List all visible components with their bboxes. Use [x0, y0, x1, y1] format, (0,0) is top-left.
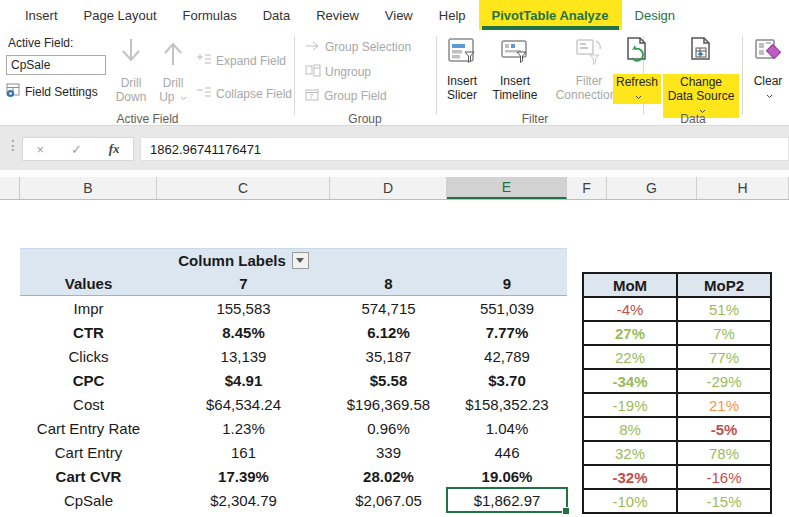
pivot-cell[interactable]: $2,067.05	[330, 488, 447, 512]
formula-input[interactable]: 1862.96741176471	[140, 137, 789, 161]
field-settings-button[interactable]: Field Settings	[6, 83, 98, 101]
pivot-cell[interactable]: 13,139	[157, 344, 330, 368]
comparison-cell[interactable]: -10%	[583, 489, 677, 513]
tab-help[interactable]: Help	[426, 0, 479, 30]
pivot-column-labels-cell[interactable]: Column Labels	[157, 248, 330, 272]
pivot-row-label[interactable]: Clicks	[20, 344, 157, 368]
column-header-stub[interactable]	[0, 177, 20, 199]
insert-timeline-button[interactable]: Insert Timeline	[486, 36, 544, 102]
refresh-icon	[622, 36, 652, 70]
tab-view[interactable]: View	[372, 0, 426, 30]
pivot-cell-selected[interactable]: $1,862.97	[447, 488, 567, 512]
comparison-cell[interactable]: -34%	[583, 369, 677, 393]
pivot-cell[interactable]: $5.58	[330, 368, 447, 392]
pivot-cell[interactable]: 19.06%	[447, 464, 567, 488]
pivot-cell[interactable]: 161	[157, 440, 330, 464]
pivot-cell[interactable]: $2,304.79	[157, 488, 330, 512]
active-field-input[interactable]	[6, 55, 106, 75]
comparison-cell[interactable]: 27%	[583, 321, 677, 345]
pivot-cell[interactable]: 446	[447, 440, 567, 464]
pivot-cell[interactable]: 574,715	[330, 296, 447, 320]
comparison-cell[interactable]: 78%	[677, 441, 771, 465]
tab-design[interactable]: Design	[622, 0, 688, 30]
pivot-header-cell[interactable]	[447, 248, 567, 272]
pivot-cell[interactable]: 155,583	[157, 296, 330, 320]
comparison-cell[interactable]: 21%	[677, 393, 771, 417]
insert-slicer-button[interactable]: Insert Slicer	[440, 36, 484, 102]
enter-icon: ✓	[71, 142, 82, 157]
pivot-cell[interactable]: 551,039	[447, 296, 567, 320]
comparison-header-mop2[interactable]: MoP2	[677, 273, 771, 297]
pivot-row-label[interactable]: Cart Entry	[20, 440, 157, 464]
comparison-cell[interactable]: -32%	[583, 465, 677, 489]
refresh-button[interactable]: Refresh	[612, 36, 662, 104]
pivot-row-label[interactable]: Cost	[20, 392, 157, 416]
pivot-cell[interactable]: $158,352.23	[447, 392, 567, 416]
sheet-area[interactable]: Column LabelsValues789Impr155,583574,715…	[0, 200, 789, 517]
pivot-cell[interactable]: 28.02%	[330, 464, 447, 488]
column-header-b[interactable]: B	[20, 177, 157, 199]
pivot-cell[interactable]: 42,789	[447, 344, 567, 368]
pivot-cell[interactable]: $4.91	[157, 368, 330, 392]
formula-bar-grip[interactable]: ⋮	[6, 137, 20, 153]
pivot-row-label[interactable]: CPC	[20, 368, 157, 392]
comparison-row: -32%-16%	[583, 465, 771, 489]
comparison-cell[interactable]: -16%	[677, 465, 771, 489]
pivot-row-label[interactable]: CTR	[20, 320, 157, 344]
tab-insert[interactable]: Insert	[12, 0, 71, 30]
pivot-column-header-7[interactable]: 7	[157, 272, 330, 296]
pivot-row-label[interactable]: Cart Entry Rate	[20, 416, 157, 440]
data-group-label: Data	[645, 112, 741, 126]
change-data-source-button[interactable]: Change Data Source	[663, 36, 739, 118]
pivot-cell[interactable]: 8.45%	[157, 320, 330, 344]
pivot-cell[interactable]: 6.12%	[330, 320, 447, 344]
pivot-header-cell[interactable]	[330, 248, 447, 272]
comparison-cell[interactable]: -15%	[677, 489, 771, 513]
pivot-cell[interactable]: 339	[330, 440, 447, 464]
tab-review[interactable]: Review	[303, 0, 372, 30]
clear-button[interactable]: Clear	[748, 36, 788, 102]
pivot-cell[interactable]: 7.77%	[447, 320, 567, 344]
pivot-header-cell[interactable]	[20, 248, 157, 272]
comparison-cell[interactable]: 51%	[677, 297, 771, 321]
column-header-g[interactable]: G	[607, 177, 697, 199]
column-header-e[interactable]: E	[447, 177, 567, 199]
fill-handle[interactable]	[562, 507, 570, 515]
tab-formulas[interactable]: Formulas	[170, 0, 250, 30]
comparison-cell[interactable]: -5%	[677, 417, 771, 441]
pivot-cell[interactable]: 17.39%	[157, 464, 330, 488]
pivot-cell[interactable]: $196,369.58	[330, 392, 447, 416]
pivot-cell[interactable]: 0.96%	[330, 416, 447, 440]
pivot-cell[interactable]: $3.70	[447, 368, 567, 392]
comparison-cell[interactable]: 8%	[583, 417, 677, 441]
column-header-h[interactable]: H	[697, 177, 789, 199]
pivot-cell[interactable]: 1.04%	[447, 416, 567, 440]
pivot-values-label[interactable]: Values	[20, 272, 157, 296]
pivot-row-label[interactable]: Impr	[20, 296, 157, 320]
column-header-f[interactable]: F	[567, 177, 607, 199]
pivot-cell[interactable]: 35,187	[330, 344, 447, 368]
comparison-cell[interactable]: 7%	[677, 321, 771, 345]
pivot-row-label[interactable]: CpSale	[20, 488, 157, 512]
column-header-d[interactable]: D	[330, 177, 447, 199]
pivot-cell[interactable]: $64,534.24	[157, 392, 330, 416]
comparison-header-mom[interactable]: MoM	[583, 273, 677, 297]
comparison-cell[interactable]: 32%	[583, 441, 677, 465]
ungroup-label: Ungroup	[325, 65, 371, 79]
comparison-cell[interactable]: 22%	[583, 345, 677, 369]
comparison-cell[interactable]: -4%	[583, 297, 677, 321]
tab-page-layout[interactable]: Page Layout	[71, 0, 170, 30]
fx-icon[interactable]: fx	[109, 141, 120, 157]
tab-pivottable-analyze[interactable]: PivotTable Analyze	[479, 0, 622, 30]
group-separator	[742, 36, 743, 115]
pivot-cell[interactable]: 1.23%	[157, 416, 330, 440]
pivot-row-label[interactable]: Cart CVR	[20, 464, 157, 488]
comparison-cell[interactable]: 77%	[677, 345, 771, 369]
tab-data[interactable]: Data	[250, 0, 303, 30]
pivot-column-header-9[interactable]: 9	[447, 272, 567, 296]
column-labels-dropdown-icon[interactable]	[292, 252, 309, 269]
pivot-column-header-8[interactable]: 8	[330, 272, 447, 296]
column-header-c[interactable]: C	[157, 177, 330, 199]
comparison-cell[interactable]: -19%	[583, 393, 677, 417]
comparison-cell[interactable]: -29%	[677, 369, 771, 393]
